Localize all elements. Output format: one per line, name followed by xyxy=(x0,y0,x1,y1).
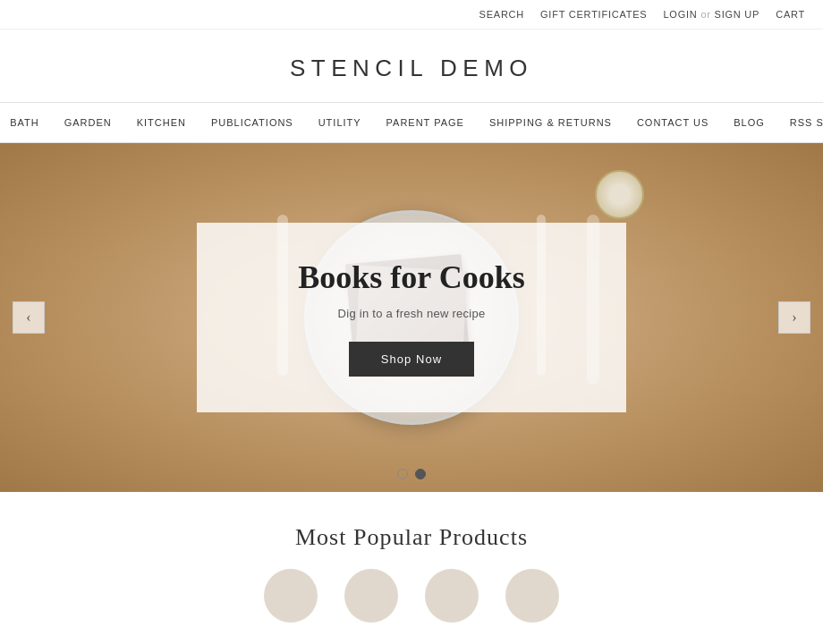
popular-section: Most Popular Products xyxy=(0,492,823,640)
product-item-3[interactable] xyxy=(425,569,479,623)
nav-blog[interactable]: BLOG xyxy=(721,103,777,142)
nav-contact-us[interactable]: CONTACT US xyxy=(624,103,721,142)
auth-group: LOGIN or SIGN UP xyxy=(663,9,759,20)
nav-garden[interactable]: GARDEN xyxy=(52,103,124,142)
slider-prev-button[interactable]: ‹ xyxy=(13,301,45,334)
hero-subtitle: Dig in to a fresh new recipe xyxy=(242,307,581,320)
nav-kitchen[interactable]: KITCHEN xyxy=(124,103,199,142)
login-link[interactable]: LOGIN xyxy=(663,9,697,20)
hero-overlay: Books for Cooks Dig in to a fresh new re… xyxy=(197,223,626,412)
popular-title: Most Popular Products xyxy=(18,524,805,551)
slider-dot-1[interactable] xyxy=(397,469,408,479)
products-row xyxy=(18,569,805,623)
slider-dots xyxy=(397,469,426,479)
nav-parent-page[interactable]: PARENT PAGE xyxy=(374,103,477,142)
hero-title: Books for Cooks xyxy=(242,258,581,296)
sign-up-link[interactable]: SIGN UP xyxy=(715,9,760,20)
slider-dot-2[interactable] xyxy=(415,469,426,479)
slider-next-button[interactable]: › xyxy=(778,301,810,334)
product-item-1[interactable] xyxy=(264,569,318,623)
nav-rss-syndication[interactable]: RSS SYNDICATION xyxy=(777,103,823,142)
shop-now-button[interactable]: Shop Now xyxy=(349,342,474,377)
nav-bath[interactable]: BATH xyxy=(0,103,52,142)
search-link[interactable]: SEARCH xyxy=(479,9,524,20)
auth-separator: or xyxy=(700,9,710,20)
hero-slider: Books for Cooks Dig in to a fresh new re… xyxy=(0,143,823,492)
product-item-4[interactable] xyxy=(505,569,559,623)
site-logo[interactable]: STENCIL DEMO xyxy=(0,55,823,82)
chevron-right-icon: › xyxy=(792,309,796,326)
nav-publications[interactable]: PUBLICATIONS xyxy=(199,103,306,142)
top-bar: SEARCH GIFT CERTIFICATES LOGIN or SIGN U… xyxy=(0,0,823,30)
nav-utility[interactable]: UTILITY xyxy=(306,103,374,142)
product-item-2[interactable] xyxy=(344,569,398,623)
chevron-left-icon: ‹ xyxy=(26,309,30,326)
decorative-cup xyxy=(595,170,644,219)
logo-area: STENCIL DEMO xyxy=(0,30,823,102)
nav-shipping-returns[interactable]: SHIPPING & RETURNS xyxy=(477,103,624,142)
gift-certificates-link[interactable]: GIFT CERTIFICATES xyxy=(540,9,647,20)
main-nav: SHOP ALL BATH GARDEN KITCHEN PUBLICATION… xyxy=(0,102,823,143)
cart-link[interactable]: CART xyxy=(776,9,805,20)
